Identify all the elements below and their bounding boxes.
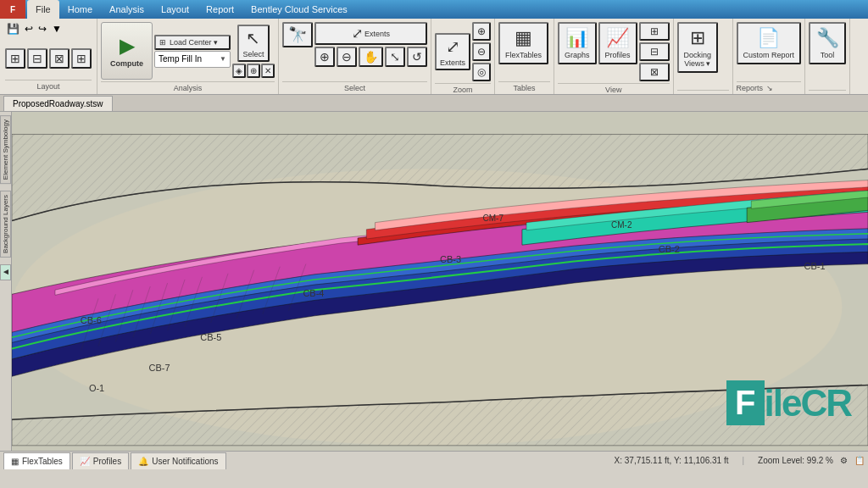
ribbon-group-analysis: ▶ Compute ⊞ Load Center ▾ Temp Fill In ▼ bbox=[97, 19, 279, 94]
menu-tab-report[interactable]: Report bbox=[198, 0, 242, 19]
layout-group-label: Layout bbox=[5, 80, 92, 91]
tools-icon: 🔧 bbox=[816, 27, 839, 49]
extents-button[interactable]: ⤢ Extents bbox=[314, 22, 427, 45]
label-cb5: CB-5 bbox=[200, 332, 221, 342]
select-button[interactable]: ↖ Select bbox=[237, 25, 269, 62]
label-cm7: CM-7 bbox=[483, 214, 504, 223]
profiles-tab[interactable]: 📈 Profiles bbox=[72, 452, 129, 469]
reports-group-label: Reports ↘ bbox=[737, 81, 802, 92]
analysis-group-label: Analysis bbox=[101, 81, 275, 92]
profiles-tab-label: Profiles bbox=[93, 457, 121, 466]
view-btn-3[interactable]: ⊠ bbox=[639, 63, 670, 81]
ribbon-group-view: 📊 Graphs 📈 Profiles ⊞ ⊟ ⊠ View bbox=[554, 19, 674, 94]
qat-undo[interactable]: ↩ bbox=[23, 22, 35, 36]
docking-views-button[interactable]: ⊞ DockingViews ▾ bbox=[677, 22, 719, 73]
reports-expand-icon[interactable]: ↘ bbox=[766, 84, 773, 92]
flextables-icon: ▦ bbox=[515, 27, 532, 49]
label-o1: O-1 bbox=[89, 383, 104, 393]
coords-separator: | bbox=[742, 456, 744, 465]
watermark-prefix: F bbox=[735, 384, 755, 421]
menu-tab-layout[interactable]: Layout bbox=[153, 0, 198, 19]
layout-btn-2[interactable]: ⊟ bbox=[27, 48, 47, 69]
canvas-area: CB-1 CB-2 CB-3 CB-4 CB-5 CB-6 CB-7 O-1 C… bbox=[12, 112, 868, 451]
element-symbology-tab[interactable]: Element Symbology bbox=[0, 115, 11, 184]
docking-label: DockingViews ▾ bbox=[684, 51, 712, 68]
tools-label: Tool bbox=[821, 51, 835, 59]
pan-button[interactable]: ✋ bbox=[359, 47, 383, 67]
label-cb4: CB-4 bbox=[303, 288, 324, 298]
menu-tab-bentley[interactable]: Bentley Cloud Services bbox=[242, 0, 356, 19]
coordinates-text: X: 37,715.11 ft, Y: 11,106.31 ft bbox=[615, 456, 729, 465]
temp-fill-dropdown[interactable]: Temp Fill In ▼ bbox=[154, 51, 231, 68]
status-coordinates: X: 37,715.11 ft, Y: 11,106.31 ft | Zoom … bbox=[615, 456, 865, 465]
ribbon-group-select: 🔭 ⤢ Extents ⊕ ⊖ ✋ ⤡ ↺ Select bbox=[279, 19, 431, 94]
view-btn-2[interactable]: ⊟ bbox=[639, 42, 670, 61]
load-center-label: Load Center ▾ bbox=[170, 38, 218, 47]
load-center-button[interactable]: ⊞ Load Center ▾ bbox=[154, 35, 231, 50]
menu-tab-analysis[interactable]: Analysis bbox=[101, 0, 153, 19]
ribbon: 💾 ↩ ↪ ▼ ⊞ ⊟ ⊠ ⊞ Layout ▶ Compute bbox=[0, 19, 868, 95]
document-tab[interactable]: ProposedRoadway.stsw bbox=[3, 96, 113, 111]
flextables-tab[interactable]: ▦ FlexTables bbox=[3, 452, 70, 469]
select-sub-1[interactable]: ◈ bbox=[232, 64, 246, 78]
select-sub-3[interactable]: ✕ bbox=[261, 64, 275, 78]
background-layers-tab[interactable]: Background Layers bbox=[0, 191, 11, 258]
user-notifications-tab[interactable]: 🔔 User Notifications bbox=[131, 452, 225, 469]
graphs-label: Graphs bbox=[565, 51, 590, 59]
label-cb2: CB-2 bbox=[659, 244, 680, 254]
flextables-button[interactable]: ▦ FlexTables bbox=[498, 22, 548, 64]
custom-report-button[interactable]: 📄 Custom Report bbox=[737, 22, 802, 64]
label-cb6: CB-6 bbox=[81, 315, 102, 325]
custom-report-icon: 📄 bbox=[757, 27, 780, 49]
profiles-tab-icon: 📈 bbox=[80, 457, 90, 466]
tables-group-label: Tables bbox=[498, 81, 550, 92]
status-icon-1[interactable]: ⚙ bbox=[840, 456, 848, 465]
zoom-tool-1[interactable]: ⊕ bbox=[472, 22, 491, 41]
zoom-level-text: Zoom Level: 99.2 % bbox=[758, 456, 833, 465]
app-icon: F bbox=[0, 0, 25, 19]
docking-group-label bbox=[677, 90, 729, 92]
zoom-tool-3[interactable]: ◎ bbox=[472, 63, 491, 81]
layout-btn-4[interactable]: ⊞ bbox=[71, 48, 92, 69]
flextables-label: FlexTables bbox=[505, 51, 542, 59]
profiles-icon: 📈 bbox=[606, 27, 629, 49]
label-cb1: CB-1 bbox=[804, 261, 825, 271]
graphs-icon: 📊 bbox=[565, 27, 588, 49]
ribbon-group-docking: ⊞ DockingViews ▾ bbox=[674, 19, 733, 94]
compute-icon: ▶ bbox=[120, 34, 135, 58]
qat-more[interactable]: ▼ bbox=[50, 22, 64, 36]
menu-tab-home[interactable]: Home bbox=[59, 0, 101, 19]
profiles-ribbon-button[interactable]: 📈 Profiles bbox=[598, 22, 637, 64]
compute-button[interactable]: ▶ Compute bbox=[101, 22, 153, 80]
layout-btn-3[interactable]: ⊠ bbox=[49, 48, 70, 69]
select-sub-2[interactable]: ⊕ bbox=[247, 64, 260, 78]
zoom-out-button[interactable]: ⊖ bbox=[337, 47, 357, 67]
tools-button[interactable]: 🔧 Tool bbox=[809, 22, 846, 64]
fit-button[interactable]: ⤡ bbox=[385, 47, 405, 67]
status-icon-2[interactable]: 📋 bbox=[854, 456, 865, 465]
zoom-extent-button[interactable]: ⤢ Extents bbox=[435, 33, 470, 70]
document-tab-bar: ProposedRoadway.stsw bbox=[0, 95, 868, 112]
side-panel-arrow[interactable]: ▶ bbox=[0, 264, 11, 280]
menu-tab-file[interactable]: File bbox=[27, 0, 59, 19]
graphs-button[interactable]: 📊 Graphs bbox=[558, 22, 597, 64]
layout-btn-1[interactable]: ⊞ bbox=[5, 48, 25, 69]
watermark-icon-box: F bbox=[726, 380, 764, 425]
qat-save[interactable]: 💾 bbox=[5, 22, 21, 36]
label-cb3: CB-3 bbox=[440, 254, 461, 264]
qat-redo[interactable]: ↪ bbox=[36, 22, 48, 36]
rotate-button[interactable]: ↺ bbox=[407, 47, 427, 67]
watermark-text: ileCR bbox=[765, 382, 851, 424]
zoom-tool-2[interactable]: ⊖ bbox=[472, 42, 491, 61]
custom-report-label: Custom Report bbox=[743, 51, 795, 59]
dropdown-arrow-icon: ▼ bbox=[220, 55, 226, 63]
select-label: Select bbox=[242, 50, 264, 58]
binoculars-button[interactable]: 🔭 bbox=[282, 22, 313, 47]
notifications-tab-label: User Notifications bbox=[152, 457, 218, 466]
view-btn-1[interactable]: ⊞ bbox=[639, 22, 670, 41]
ribbon-group-layout: 💾 ↩ ↪ ▼ ⊞ ⊟ ⊠ ⊞ Layout bbox=[0, 19, 97, 94]
zoom-in-button[interactable]: ⊕ bbox=[314, 47, 335, 67]
menu-bar: F File Home Analysis Layout Report Bentl… bbox=[0, 0, 868, 19]
docking-icon: ⊞ bbox=[690, 27, 705, 49]
load-center-icon: ⊞ bbox=[159, 38, 166, 47]
